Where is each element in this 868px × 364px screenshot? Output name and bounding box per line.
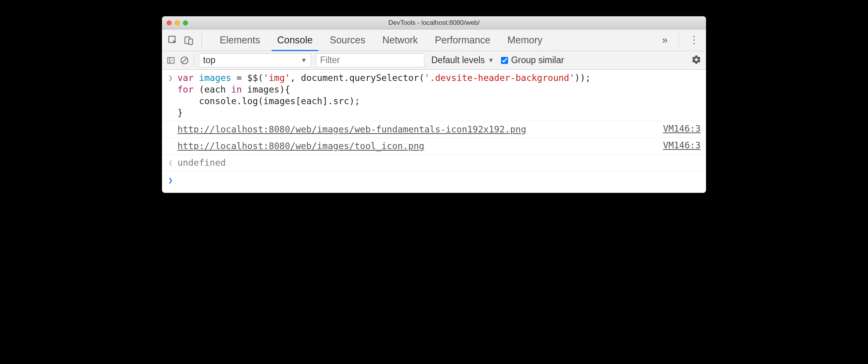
log-message: http://localhost:8080/web/images/tool_ic… [177,140,655,152]
clear-console-icon[interactable] [180,56,189,65]
console-return-row: ❮ undefined [162,155,706,171]
filter-input[interactable] [316,53,424,67]
execution-context-select[interactable]: top ▼ [199,53,311,67]
divider [194,55,194,66]
window-title: DevTools - localhost:8080/web/ [162,19,706,27]
leading-icons [167,33,202,48]
log-message: http://localhost:8080/web/images/web-fun… [177,124,655,135]
dropdown-triangle-icon: ▼ [301,57,307,64]
dropdown-triangle-icon: ▼ [488,57,494,64]
more-tabs-icon[interactable]: » [658,34,672,46]
titlebar[interactable]: DevTools - localhost:8080/web/ [162,16,706,29]
console-log-row: http://localhost:8080/web/images/web-fun… [162,121,706,138]
kebab-menu-icon[interactable]: ⋮ [686,34,702,46]
traffic-lights [167,20,188,25]
svg-rect-2 [189,39,193,44]
return-value: undefined [177,157,701,168]
group-similar-checkbox[interactable] [501,57,508,64]
device-toolbar-icon[interactable] [184,35,194,45]
chevron-right-icon: ❯ [168,72,177,84]
chevron-right-icon: ❯ [168,174,177,186]
panel-tabs: Elements Console Sources Network Perform… [211,29,551,51]
console-settings-icon[interactable] [691,55,701,66]
log-url-link[interactable]: http://localhost:8080/web/images/web-fun… [177,124,526,134]
tabs-trailing: » ⋮ [658,33,702,47]
tab-sources[interactable]: Sources [321,29,374,51]
console-toolbar: top ▼ Default levels ▼ Group similar [162,51,706,70]
console-log-row: http://localhost:8080/web/images/tool_ic… [162,138,706,155]
devtools-tabs-row: Elements Console Sources Network Perform… [162,29,706,51]
divider [679,33,679,47]
source-link[interactable]: VM146:3 [655,140,701,150]
group-similar-toggle[interactable]: Group similar [501,55,564,65]
console-body: ❯ var images = $$('img', document.queryS… [162,70,706,193]
close-window-button[interactable] [167,20,172,25]
console-input-history-row[interactable]: ❯ var images = $$('img', document.queryS… [162,70,706,121]
console-prompt-row[interactable]: ❯ [162,171,706,193]
group-similar-label: Group similar [511,55,564,65]
source-link[interactable]: VM146:3 [655,124,701,134]
log-levels-select[interactable]: Default levels ▼ [429,55,496,65]
levels-label: Default levels [431,55,485,65]
svg-line-7 [182,58,187,63]
svg-marker-5 [172,60,173,61]
tab-network[interactable]: Network [374,29,427,51]
zoom-window-button[interactable] [183,20,188,25]
minimize-window-button[interactable] [175,20,180,25]
log-url-link[interactable]: http://localhost:8080/web/images/tool_ic… [177,141,424,151]
code-snippet: var images = $$('img', document.querySel… [177,72,701,118]
tab-performance[interactable]: Performance [426,29,499,51]
tab-memory[interactable]: Memory [499,29,551,51]
tab-elements[interactable]: Elements [211,29,269,51]
chevron-left-icon: ❮ [168,157,177,168]
toggle-console-drawer-icon[interactable] [167,56,175,65]
tab-console[interactable]: Console [269,29,321,51]
inspect-element-icon[interactable] [167,35,178,46]
svg-rect-3 [168,57,174,63]
devtools-window: DevTools - localhost:8080/web/ Elements … [162,16,706,193]
context-label: top [203,55,215,65]
